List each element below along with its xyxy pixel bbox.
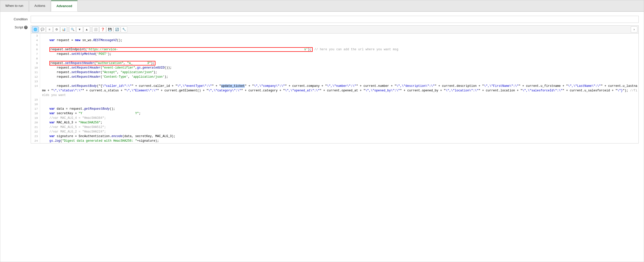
tab-when-to-run[interactable]: When to run [0,1,29,11]
code-line-21: 21 //var MAC_ALG_5 = "HmacSHA512"; [31,125,638,129]
code-line-12: 12 request.setRequestHeader('Content-Typ… [31,75,638,79]
code-line-13: 13 [31,79,638,84]
toolbar-search-btn[interactable]: 🔍 [69,26,76,32]
toolbar-globe-btn[interactable]: 🌐 [32,26,39,32]
code-line-4: 4 var request = new sn_ws.RESTMessageV2(… [31,38,638,43]
code-line-22: 22 //var MAC_ALG_2 = "HmacSHA224"; [31,129,638,134]
code-line-18: 18 var secretKey = "Y Y"; [31,111,638,116]
code-line-17: 17 var data = request.getRequestBody(); [31,107,638,111]
script-row: Script ? 🌐 💬 ≡ ⚙ 📊 🔍 ▼ ▲ ⬜ ❓ [5,25,639,143]
condition-input[interactable] [31,16,639,23]
condition-row: Condition [5,16,639,23]
code-line-15: 15 [31,97,638,102]
toolbar-dropdown-btn[interactable]: ▼ [76,26,83,32]
code-line-7: 7 request.setHttpMethod('POST'); [31,52,638,56]
toolbar-refresh-btn[interactable]: 🔄 [114,26,120,32]
code-line-24: 24 gs.log("Digest data generated with Hm… [31,139,638,143]
code-line-14: 14 request.setRequestBody("{\"caller_id\… [31,84,638,97]
code-line-5: 5 [31,43,638,47]
toolbar-up-btn[interactable]: ▲ [83,26,90,32]
toolbar-chart-btn[interactable]: 📊 [60,26,67,32]
script-editor-container: 🌐 💬 ≡ ⚙ 📊 🔍 ▼ ▲ ⬜ ❓ 💾 🔄 🔧 › [31,25,639,143]
toolbar-list-btn[interactable]: ≡ [46,26,53,32]
tab-actions[interactable]: Actions [29,1,51,11]
script-toolbar: 🌐 💬 ≡ ⚙ 📊 🔍 ▼ ▲ ⬜ ❓ 💾 🔄 🔧 › [31,26,638,34]
toolbar-expand-btn[interactable]: › [631,26,637,32]
tab-content: Condition Script ? 🌐 💬 ≡ ⚙ 📊 [0,12,644,148]
condition-field [31,16,639,23]
code-line-19: 19 //var MAC_ALG_4 = "HmacSHA384"; [31,116,638,120]
code-line-11: 11 request.setRequestHeader("Accept", "a… [31,70,638,75]
code-line-23: 23 var signature = SncAuthentication.enc… [31,134,638,139]
toolbar-comment-btn[interactable]: 💬 [39,26,46,32]
script-label-area: Script ? [5,25,31,29]
toolbar-save-btn[interactable]: 💾 [106,26,113,32]
code-line-8: 8 [31,56,638,61]
code-editor[interactable]: 3 4 var request = new sn_ws.RESTMessageV… [31,34,638,143]
tab-advanced[interactable]: Advanced [51,1,77,11]
code-line-16: 16 [31,102,638,107]
toolbar-sep2 [91,27,91,32]
main-container: When to run Actions Advanced Condition S… [0,0,644,262]
code-line-3: 3 [31,34,638,38]
code-line-9: 9 request.setRequestHeader("authorizatio… [31,61,638,66]
code-line-20: 20 var MAC_ALG_3 = "HmacSHA256"; [31,120,638,125]
toolbar-sep1 [68,27,68,32]
help-icon[interactable]: ? [24,26,28,29]
toolbar-tools-btn[interactable]: 🔧 [121,26,127,32]
toolbar-settings-btn[interactable]: ⚙ [53,26,60,32]
tab-bar: When to run Actions Advanced [0,0,644,12]
script-label: Script [15,25,23,29]
code-line-10: 10 request.setRequestHeader("event-ident… [31,66,638,70]
toolbar-help-btn[interactable]: ❓ [99,26,106,32]
condition-label: Condition [5,16,31,21]
code-line-6: 6 request.setEndpoint('https://service- … [31,47,638,52]
toolbar-square-btn[interactable]: ⬜ [92,26,99,32]
